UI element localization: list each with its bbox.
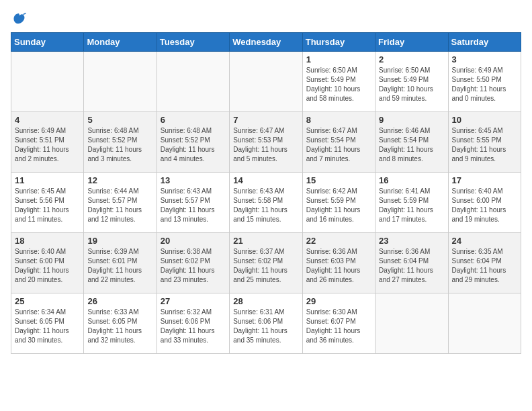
header-sunday: Sunday [11, 33, 84, 52]
day-info: Sunrise: 6:40 AM Sunset: 6:00 PM Dayligh… [452, 187, 517, 224]
day-info: Sunrise: 6:31 AM Sunset: 6:06 PM Dayligh… [233, 308, 298, 345]
day-number: 26 [87, 296, 152, 306]
day-cell: 17Sunrise: 6:40 AM Sunset: 6:00 PM Dayli… [448, 173, 521, 233]
day-cell [11, 52, 84, 112]
day-number: 7 [233, 115, 298, 125]
day-cell: 20Sunrise: 6:38 AM Sunset: 6:02 PM Dayli… [157, 233, 229, 293]
calendar-header-row: SundayMondayTuesdayWednesdayThursdayFrid… [11, 33, 521, 52]
day-cell: 6Sunrise: 6:48 AM Sunset: 5:52 PM Daylig… [157, 112, 229, 173]
day-number: 29 [306, 296, 371, 306]
day-info: Sunrise: 6:39 AM Sunset: 6:01 PM Dayligh… [87, 247, 152, 285]
week-row-0: 1Sunrise: 6:50 AM Sunset: 5:49 PM Daylig… [11, 52, 521, 112]
day-cell: 26Sunrise: 6:33 AM Sunset: 6:05 PM Dayli… [84, 293, 157, 354]
day-number: 17 [452, 175, 517, 185]
day-cell: 11Sunrise: 6:45 AM Sunset: 5:56 PM Dayli… [11, 173, 84, 233]
day-number: 4 [15, 115, 80, 125]
day-info: Sunrise: 6:37 AM Sunset: 6:02 PM Dayligh… [233, 247, 298, 285]
day-number: 10 [452, 115, 517, 125]
day-cell [230, 52, 302, 112]
week-row-1: 4Sunrise: 6:49 AM Sunset: 5:51 PM Daylig… [11, 112, 521, 173]
day-cell: 5Sunrise: 6:48 AM Sunset: 5:52 PM Daylig… [84, 112, 157, 173]
day-info: Sunrise: 6:33 AM Sunset: 6:05 PM Dayligh… [87, 308, 152, 345]
day-cell: 4Sunrise: 6:49 AM Sunset: 5:51 PM Daylig… [11, 112, 84, 173]
day-cell: 23Sunrise: 6:36 AM Sunset: 6:04 PM Dayli… [375, 233, 448, 293]
day-info: Sunrise: 6:48 AM Sunset: 5:52 PM Dayligh… [161, 126, 226, 164]
week-row-3: 18Sunrise: 6:40 AM Sunset: 6:00 PM Dayli… [11, 233, 521, 293]
day-number: 11 [15, 175, 80, 185]
header-wednesday: Wednesday [230, 33, 302, 52]
day-cell: 18Sunrise: 6:40 AM Sunset: 6:00 PM Dayli… [11, 233, 84, 293]
day-number: 8 [306, 115, 371, 125]
day-info: Sunrise: 6:32 AM Sunset: 6:06 PM Dayligh… [161, 308, 226, 345]
day-info: Sunrise: 6:38 AM Sunset: 6:02 PM Dayligh… [161, 247, 226, 285]
day-cell: 1Sunrise: 6:50 AM Sunset: 5:49 PM Daylig… [302, 52, 375, 112]
day-number: 25 [15, 296, 80, 306]
day-cell: 2Sunrise: 6:50 AM Sunset: 5:49 PM Daylig… [375, 52, 448, 112]
day-number: 9 [379, 115, 444, 125]
day-info: Sunrise: 6:45 AM Sunset: 5:55 PM Dayligh… [452, 126, 517, 164]
day-cell: 3Sunrise: 6:49 AM Sunset: 5:50 PM Daylig… [448, 52, 521, 112]
day-info: Sunrise: 6:50 AM Sunset: 5:49 PM Dayligh… [379, 66, 444, 103]
day-number: 16 [379, 175, 444, 185]
day-number: 28 [233, 296, 298, 306]
day-cell: 12Sunrise: 6:44 AM Sunset: 5:57 PM Dayli… [84, 173, 157, 233]
day-cell [157, 52, 229, 112]
day-number: 24 [452, 236, 517, 246]
day-cell: 27Sunrise: 6:32 AM Sunset: 6:06 PM Dayli… [157, 293, 229, 354]
day-number: 1 [306, 54, 371, 64]
day-cell: 15Sunrise: 6:42 AM Sunset: 5:59 PM Dayli… [302, 173, 375, 233]
day-info: Sunrise: 6:40 AM Sunset: 6:00 PM Dayligh… [15, 247, 80, 285]
day-cell [448, 293, 521, 354]
day-number: 15 [306, 175, 371, 185]
calendar-table: SundayMondayTuesdayWednesdayThursdayFrid… [11, 32, 521, 354]
header-friday: Friday [375, 33, 448, 52]
day-number: 20 [161, 236, 226, 246]
day-info: Sunrise: 6:43 AM Sunset: 5:57 PM Dayligh… [161, 187, 226, 224]
day-number: 22 [306, 236, 371, 246]
header-thursday: Thursday [302, 33, 375, 52]
week-row-2: 11Sunrise: 6:45 AM Sunset: 5:56 PM Dayli… [11, 173, 521, 233]
day-info: Sunrise: 6:45 AM Sunset: 5:56 PM Dayligh… [15, 187, 80, 224]
day-cell: 8Sunrise: 6:47 AM Sunset: 5:54 PM Daylig… [302, 112, 375, 173]
logo [11, 11, 30, 27]
day-info: Sunrise: 6:36 AM Sunset: 6:03 PM Dayligh… [306, 247, 371, 285]
day-number: 23 [379, 236, 444, 246]
day-cell: 14Sunrise: 6:43 AM Sunset: 5:58 PM Dayli… [230, 173, 302, 233]
day-number: 5 [87, 115, 152, 125]
day-info: Sunrise: 6:46 AM Sunset: 5:54 PM Dayligh… [379, 126, 444, 164]
page-header [11, 11, 521, 27]
day-number: 27 [161, 296, 226, 306]
header-monday: Monday [84, 33, 157, 52]
header-tuesday: Tuesday [157, 33, 229, 52]
day-number: 14 [233, 175, 298, 185]
day-info: Sunrise: 6:34 AM Sunset: 6:05 PM Dayligh… [15, 308, 80, 345]
day-cell [84, 52, 157, 112]
day-info: Sunrise: 6:48 AM Sunset: 5:52 PM Dayligh… [87, 126, 152, 164]
day-cell: 22Sunrise: 6:36 AM Sunset: 6:03 PM Dayli… [302, 233, 375, 293]
day-number: 13 [161, 175, 226, 185]
day-cell: 19Sunrise: 6:39 AM Sunset: 6:01 PM Dayli… [84, 233, 157, 293]
day-cell: 21Sunrise: 6:37 AM Sunset: 6:02 PM Dayli… [230, 233, 302, 293]
day-info: Sunrise: 6:49 AM Sunset: 5:50 PM Dayligh… [452, 66, 517, 103]
day-info: Sunrise: 6:47 AM Sunset: 5:54 PM Dayligh… [306, 126, 371, 164]
day-number: 19 [87, 236, 152, 246]
week-row-4: 25Sunrise: 6:34 AM Sunset: 6:05 PM Dayli… [11, 293, 521, 354]
day-info: Sunrise: 6:42 AM Sunset: 5:59 PM Dayligh… [306, 187, 371, 224]
day-info: Sunrise: 6:43 AM Sunset: 5:58 PM Dayligh… [233, 187, 298, 224]
day-cell: 28Sunrise: 6:31 AM Sunset: 6:06 PM Dayli… [230, 293, 302, 354]
day-cell: 7Sunrise: 6:47 AM Sunset: 5:53 PM Daylig… [230, 112, 302, 173]
day-info: Sunrise: 6:44 AM Sunset: 5:57 PM Dayligh… [87, 187, 152, 224]
day-info: Sunrise: 6:47 AM Sunset: 5:53 PM Dayligh… [233, 126, 298, 164]
logo-bird-icon [11, 11, 27, 27]
day-cell: 10Sunrise: 6:45 AM Sunset: 5:55 PM Dayli… [448, 112, 521, 173]
day-cell: 9Sunrise: 6:46 AM Sunset: 5:54 PM Daylig… [375, 112, 448, 173]
day-info: Sunrise: 6:41 AM Sunset: 5:59 PM Dayligh… [379, 187, 444, 224]
day-number: 2 [379, 54, 444, 64]
day-info: Sunrise: 6:35 AM Sunset: 6:04 PM Dayligh… [452, 247, 517, 285]
day-info: Sunrise: 6:36 AM Sunset: 6:04 PM Dayligh… [379, 247, 444, 285]
day-cell: 25Sunrise: 6:34 AM Sunset: 6:05 PM Dayli… [11, 293, 84, 354]
day-number: 6 [161, 115, 226, 125]
day-cell [375, 293, 448, 354]
day-cell: 13Sunrise: 6:43 AM Sunset: 5:57 PM Dayli… [157, 173, 229, 233]
day-cell: 29Sunrise: 6:30 AM Sunset: 6:07 PM Dayli… [302, 293, 375, 354]
